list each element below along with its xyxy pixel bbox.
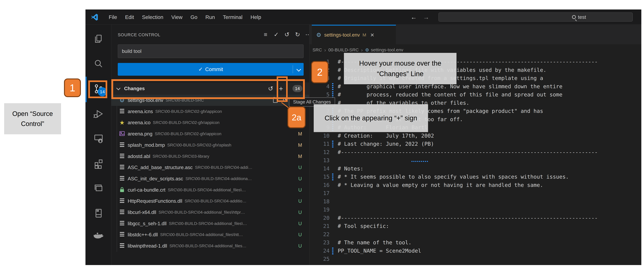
menu-help[interactable]: Help	[246, 14, 265, 20]
file-name: ASC_init_dev_scripts.asc	[128, 176, 183, 182]
forward-arrow-icon[interactable]: →	[423, 14, 429, 21]
breadcrumb-item[interactable]: settings-tool.env	[371, 48, 403, 52]
notebook-icon[interactable]	[92, 207, 105, 220]
search-icon	[572, 15, 576, 19]
menu-terminal[interactable]: Terminal	[219, 14, 246, 20]
commit-button[interactable]: ✓ Commit	[118, 63, 304, 76]
page: FileEditSelectionViewGoRunTerminalHelp ←…	[0, 0, 644, 272]
file-row-areena.png[interactable]: areena.pngSRC\00-BUILD-SRC\02-gfx\appico…	[112, 128, 309, 140]
close-icon[interactable]: ×	[370, 32, 374, 38]
file-path: SRC\00-BUILD-SRC\04-additional_files…	[170, 244, 246, 248]
line-number: 25	[310, 256, 330, 262]
tab-modified-badge: M	[362, 32, 366, 38]
sidebar-title: SOURCE CONTROL	[118, 32, 160, 37]
commit-dropdown-icon[interactable]	[296, 67, 301, 72]
callout-2a-number: 2a	[292, 112, 302, 122]
gutter-modified-icon	[332, 83, 334, 90]
code-text: #---------------------------------------…	[338, 149, 598, 155]
nav-arrows: ← →	[410, 10, 429, 25]
code-editor[interactable]: 1#--------------------------------------…	[310, 56, 641, 265]
status-badge: U	[297, 210, 303, 215]
menu-run[interactable]: Run	[202, 14, 219, 20]
code-line: 20#-------------------------------------…	[310, 214, 641, 222]
file-lines-icon	[120, 221, 124, 226]
menu-edit[interactable]: Edit	[121, 14, 138, 20]
remote-explorer-icon[interactable]	[92, 132, 105, 145]
run-debug-icon[interactable]	[92, 108, 105, 120]
file-icon-slot	[119, 154, 125, 159]
commit-message-input[interactable]	[118, 44, 304, 58]
line-number: 26	[310, 264, 330, 265]
file-row-libcurl-x64.dll[interactable]: libcurl-x64.dllSRC\00-BUILD-SRC\04-addit…	[112, 207, 309, 218]
file-row-libgcc_s_seh-1.dll[interactable]: libgcc_s_seh-1.dllSRC\00-BUILD-SRC\04-ad…	[112, 218, 309, 229]
vscode-logo-icon	[91, 13, 98, 21]
file-icon-slot	[119, 142, 125, 148]
code-text: PP_TOOL_NAME = Scene2Model	[338, 248, 421, 254]
file-icon-slot	[119, 187, 125, 193]
file-row-ASC_init_dev_scripts.asc[interactable]: ASC_init_dev_scripts.ascSRC\00-BUILD-SRC…	[112, 173, 309, 184]
file-path: SRC\00-BUILD-SRC\04-additional_files\…	[168, 188, 246, 192]
file-row-areena.ico[interactable]: ★areena.icoSRC\00-BUILD-SRC\02-gfx\appic…	[112, 117, 309, 128]
refresh-icon[interactable]: ↻	[294, 31, 301, 38]
code-line: 26# The version of the tool.	[310, 263, 641, 265]
status-badge: U	[297, 187, 303, 193]
label-1-text: Open “Source Control”	[7, 109, 58, 129]
file-row-areena.icns[interactable]: areena.icnsSRC\00-BUILD-SRC\02-gfx\appic…	[112, 106, 309, 117]
back-arrow-icon[interactable]: ←	[410, 14, 417, 21]
file-row-libstdc++-6.dll[interactable]: libstdc++-6.dllSRC\00-BUILD-SRC\04-addit…	[112, 229, 309, 240]
breadcrumb-separator-icon: ›	[361, 47, 363, 53]
status-badge: U	[297, 243, 303, 249]
extensions-icon[interactable]	[92, 157, 105, 170]
search-icon[interactable]	[92, 58, 105, 70]
code-text: # Notes:	[338, 166, 363, 172]
highlight-rect-plus-button	[277, 76, 288, 102]
breadcrumb-item[interactable]: SRC	[312, 48, 322, 52]
commit-check-icon[interactable]: ✓	[273, 31, 280, 38]
star-icon: ★	[120, 119, 125, 126]
tab-strip: ⚙ settings-tool.env M ×	[310, 25, 641, 44]
status-badge: U	[297, 198, 303, 204]
file-row-ASC_add_base_structure.asc[interactable]: ASC_add_base_structure.ascSRC\00-BUILD-S…	[112, 162, 309, 173]
file-icon-slot: ★	[119, 119, 125, 126]
label-2a-text: Click on the appearing “+” sign	[324, 113, 417, 123]
line-number: 12	[310, 149, 330, 155]
gutter-modified-icon	[332, 174, 334, 180]
code-text: # The name of the tool.	[338, 240, 412, 246]
gutter-modified-icon	[332, 91, 334, 98]
command-search-box[interactable]: test	[438, 12, 633, 22]
breadcrumb-item[interactable]: 00-BUILD-SRC	[328, 48, 359, 52]
code-text: # process, reduced the content of this f…	[338, 92, 562, 98]
code-line: 10# Creation: July 17th, 2002	[310, 132, 641, 140]
docker-icon[interactable]	[92, 230, 105, 242]
code-line: 17	[310, 189, 641, 198]
menu-go[interactable]: Go	[186, 14, 202, 20]
file-row-libwinpthread-1.dll[interactable]: libwinpthread-1.dllSRC\00-BUILD-SRC\04-a…	[112, 240, 309, 252]
menu-view[interactable]: View	[167, 14, 186, 20]
file-name: areena.icns	[128, 109, 153, 114]
callout-step-1: 1	[64, 78, 81, 97]
file-name: libcurl-x64.dll	[128, 210, 156, 215]
file-path: SRC\00-BUILD-SRC\02-gfx\appicon	[155, 109, 222, 114]
history-icon[interactable]: ↺	[284, 31, 290, 38]
callout-step-2: 2	[311, 61, 328, 83]
explorer-icon[interactable]	[92, 33, 105, 46]
vscode-window: FileEditSelectionViewGoRunTerminalHelp ←…	[86, 10, 641, 265]
code-text: # Tool specific:	[338, 223, 389, 229]
file-row-adostd.abl[interactable]: adostd.ablSRC\00-BUILD-SRC\03-libraryM	[112, 151, 309, 162]
gear-icon: ⚙	[365, 48, 369, 52]
view-as-list-icon[interactable]: ≡	[262, 31, 269, 38]
code-text: # The version of the tool.	[338, 264, 421, 265]
windows-icon[interactable]	[92, 182, 105, 194]
callout-2-number: 2	[317, 66, 322, 78]
menu-file[interactable]: File	[105, 14, 121, 20]
status-badge: M	[297, 131, 303, 137]
file-row-splash_mod.bmp[interactable]: splash_mod.bmpSRC\00-BUILD-SRC\02-gfx\sp…	[112, 140, 309, 151]
file-name: splash_mod.bmp	[128, 142, 165, 148]
code-line: 18	[310, 198, 641, 206]
file-row-HttpRequestFunctions.dll[interactable]: HttpRequestFunctions.dllSRC\00-BUILD-SRC…	[112, 196, 309, 207]
menu-selection[interactable]: Selection	[138, 14, 167, 20]
tab-settings-tool-env[interactable]: ⚙ settings-tool.env M ×	[312, 25, 396, 44]
file-row-curl-ca-bundle.crt[interactable]: curl-ca-bundle.crtSRC\00-BUILD-SRC\04-ad…	[112, 184, 309, 196]
file-path: SRC\00-BUILD-SRC\02-gfx\appicon	[153, 120, 220, 125]
file-icon-slot	[119, 109, 125, 114]
